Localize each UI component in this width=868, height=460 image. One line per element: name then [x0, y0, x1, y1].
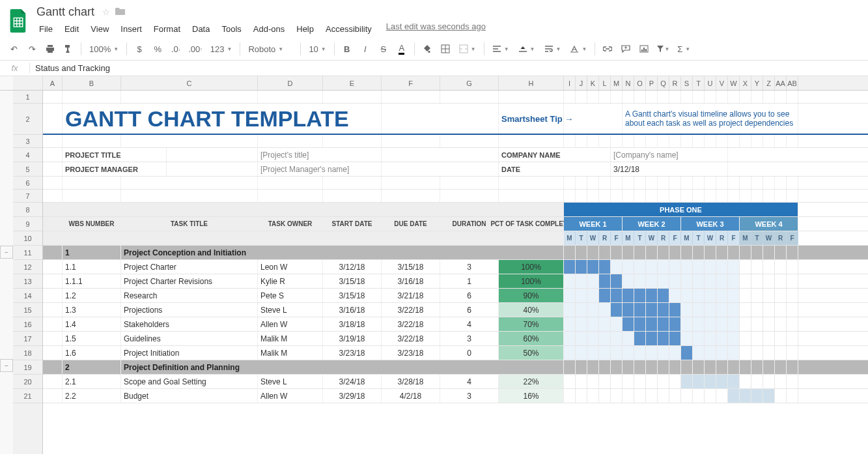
cell[interactable] [258, 91, 323, 103]
gantt-cell[interactable] [611, 346, 623, 360]
cell[interactable] [611, 360, 623, 374]
cell[interactable] [716, 190, 728, 202]
cell[interactable] [43, 375, 63, 388]
cell[interactable] [658, 190, 669, 202]
cell[interactable] [323, 177, 382, 189]
row-header-5[interactable]: 5 [13, 162, 42, 177]
cell[interactable] [382, 231, 440, 245]
select-all-corner[interactable] [13, 76, 43, 90]
wbs-cell[interactable]: 1.3 [63, 303, 121, 317]
task-owner-cell[interactable]: Malik M [258, 346, 323, 360]
cell[interactable] [43, 104, 63, 134]
gantt-cell[interactable] [623, 389, 634, 403]
row-header-9[interactable]: 9 [13, 217, 42, 231]
gantt-cell[interactable] [669, 274, 681, 288]
task-owner-cell[interactable]: Steve L [258, 375, 323, 388]
cell[interactable] [740, 246, 751, 259]
start-date-cell[interactable]: 3/16/18 [323, 303, 382, 317]
gantt-cell[interactable] [787, 260, 798, 274]
cell[interactable] [740, 91, 751, 103]
task-owner-cell[interactable]: Pete S [258, 289, 323, 302]
undo-button[interactable]: ↶ [5, 40, 22, 57]
project-manager-value[interactable]: [Project Manager's name] [258, 162, 382, 176]
cell[interactable] [43, 289, 63, 302]
start-date-cell[interactable]: 3/12/18 [323, 260, 382, 274]
cell[interactable] [167, 162, 258, 176]
cell[interactable] [611, 177, 623, 189]
cell[interactable] [63, 135, 121, 147]
cell[interactable] [751, 177, 763, 189]
cell[interactable] [716, 177, 728, 189]
cell[interactable] [634, 360, 646, 374]
gantt-cell[interactable] [716, 389, 728, 403]
cell[interactable] [43, 332, 63, 345]
gantt-cell[interactable] [634, 289, 646, 302]
gantt-cell[interactable] [658, 346, 669, 360]
pct-complete-cell[interactable]: 70% [499, 317, 564, 331]
start-date-cell[interactable]: 3/29/18 [323, 389, 382, 403]
gantt-cell[interactable] [728, 274, 740, 288]
cell[interactable] [669, 91, 681, 103]
gantt-cell[interactable] [728, 332, 740, 345]
pct-complete-cell[interactable]: 22% [499, 375, 564, 388]
cell[interactable] [323, 203, 382, 216]
decrease-decimal-button[interactable]: .0↓ [167, 40, 184, 57]
gantt-cell[interactable] [634, 260, 646, 274]
gantt-cell[interactable] [740, 317, 751, 331]
gantt-cell[interactable] [669, 346, 681, 360]
cell[interactable] [440, 190, 499, 202]
menu-format[interactable]: Format [148, 22, 186, 36]
start-date-cell[interactable]: 3/23/18 [323, 346, 382, 360]
due-date-cell[interactable]: 3/22/18 [382, 332, 440, 345]
cell[interactable] [611, 135, 623, 147]
col-header-A[interactable]: A [43, 76, 63, 90]
cell[interactable] [43, 317, 63, 331]
cell[interactable] [43, 303, 63, 317]
cell[interactable] [587, 246, 599, 259]
cell[interactable] [681, 360, 693, 374]
gantt-cell[interactable] [716, 332, 728, 345]
gantt-cell[interactable] [728, 289, 740, 302]
col-header-U[interactable]: U [705, 76, 716, 90]
gantt-cell[interactable] [587, 375, 599, 388]
start-date-cell[interactable]: 3/15/18 [323, 289, 382, 302]
gantt-cell[interactable] [587, 303, 599, 317]
cell[interactable] [775, 246, 787, 259]
cell[interactable] [728, 190, 740, 202]
gantt-cell[interactable] [705, 346, 716, 360]
gantt-cell[interactable] [599, 389, 611, 403]
cell[interactable] [775, 190, 787, 202]
cell[interactable] [646, 135, 658, 147]
cell[interactable] [43, 389, 63, 403]
gantt-cell[interactable] [646, 260, 658, 274]
gantt-cell[interactable] [623, 317, 634, 331]
row-header-8[interactable]: 8 [13, 203, 42, 217]
start-date-cell[interactable]: 3/19/18 [323, 332, 382, 345]
cell[interactable] [728, 177, 740, 189]
cell[interactable] [564, 190, 576, 202]
cell[interactable] [43, 231, 63, 245]
duration-cell[interactable]: 6 [440, 289, 499, 302]
cell[interactable] [763, 190, 775, 202]
duration-cell[interactable]: 0 [440, 346, 499, 360]
gantt-cell[interactable] [658, 375, 669, 388]
cell[interactable] [258, 135, 323, 147]
cell[interactable] [716, 360, 728, 374]
cell[interactable] [121, 135, 258, 147]
gantt-cell[interactable] [634, 332, 646, 345]
gantt-cell[interactable] [669, 375, 681, 388]
wbs-cell[interactable]: 1.1 [63, 260, 121, 274]
gantt-cell[interactable] [587, 289, 599, 302]
task-title-cell[interactable]: Projections [121, 303, 258, 317]
gantt-cell[interactable] [751, 375, 763, 388]
gantt-cell[interactable] [576, 260, 587, 274]
gantt-cell[interactable] [611, 289, 623, 302]
cell[interactable] [587, 91, 599, 103]
start-date-cell[interactable]: 3/15/18 [323, 274, 382, 288]
cell[interactable] [499, 203, 564, 216]
menu-data[interactable]: Data [187, 22, 215, 36]
gantt-cell[interactable] [787, 289, 798, 302]
gantt-cell[interactable] [646, 346, 658, 360]
cell[interactable] [740, 135, 751, 147]
cell[interactable] [599, 135, 611, 147]
